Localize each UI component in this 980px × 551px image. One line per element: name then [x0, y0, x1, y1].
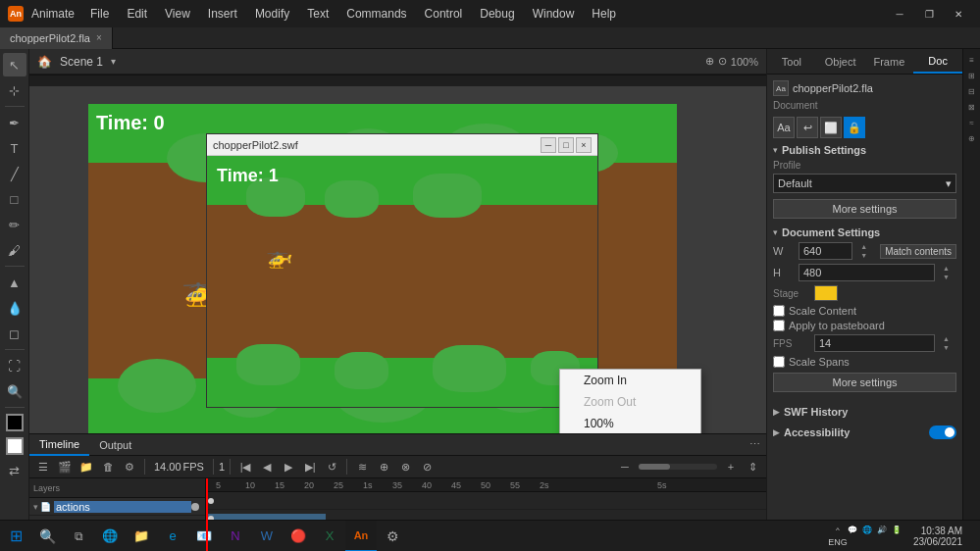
restore-button[interactable]: ❐ [915, 4, 943, 24]
taskbar-clock[interactable]: 10:38 AM 23/06/2021 [913, 526, 962, 547]
menu-help[interactable]: Help [584, 5, 624, 23]
tl-step-fwd[interactable]: ▶| [300, 457, 320, 476]
scale-content-checkbox[interactable] [773, 305, 785, 317]
document-settings-header[interactable]: ▾ Document Settings [773, 226, 956, 238]
taskbar-edge2[interactable]: e [157, 521, 188, 552]
start-button[interactable]: ⊞ [0, 521, 31, 552]
tray-lang[interactable]: ENG [831, 536, 845, 548]
zoom-tool[interactable]: 🔍 [3, 379, 26, 403]
tl-delete-layer[interactable]: 🗑 [98, 457, 118, 476]
taskbar-chrome[interactable]: 🔴 [283, 521, 314, 552]
tl-step-back[interactable]: ◀ [257, 457, 277, 476]
menu-text[interactable]: Text [299, 5, 336, 23]
fill-color[interactable] [6, 437, 24, 455]
tl-zoom-in[interactable]: + [721, 457, 741, 476]
swf-close[interactable]: × [576, 137, 592, 153]
menu-control[interactable]: Control [417, 5, 471, 23]
tab-timeline[interactable]: Timeline [29, 434, 89, 456]
profile-dropdown[interactable]: Default ▾ [773, 174, 956, 193]
h-up[interactable]: ▲ [943, 264, 954, 273]
canvas-scrollbar[interactable] [29, 75, 766, 86]
tray-vol[interactable]: 🔊 [875, 524, 889, 535]
tl-add-folder[interactable]: 📁 [77, 457, 96, 476]
stroke-color[interactable] [6, 414, 24, 431]
edge-btn-5[interactable]: ≈ [965, 116, 979, 129]
tl-go-first[interactable]: |◀ [235, 457, 255, 476]
line-tool[interactable]: ╱ [3, 162, 26, 185]
tl-layer-actions[interactable]: ▾ 📄 actions [29, 498, 205, 516]
tl-layer-settings[interactable]: ⚙ [120, 457, 139, 476]
fps-up[interactable]: ▲ [943, 334, 954, 343]
tl-onion-all[interactable]: ⊕ [374, 457, 393, 476]
edge-btn-2[interactable]: ⊞ [965, 69, 979, 82]
show-desktop[interactable] [966, 521, 972, 552]
tl-expand[interactable]: ⇕ [743, 457, 762, 476]
tab-close-button[interactable]: × [96, 32, 102, 43]
w-stepper[interactable]: ▲ ▼ [860, 242, 872, 260]
tray-bat[interactable]: 🔋 [890, 524, 903, 535]
close-button[interactable]: ✕ [945, 4, 972, 24]
tl-marker[interactable]: ⊘ [417, 457, 437, 476]
menu-edit[interactable]: Edit [119, 5, 155, 23]
file-tab[interactable]: chopperPilot2.fla × [0, 27, 113, 49]
transform-tool[interactable]: ⊹ [3, 78, 26, 102]
edge-btn-3[interactable]: ⊟ [965, 84, 979, 98]
publish-settings-header[interactable]: ▾ Publish Settings [773, 144, 956, 156]
pencil-tool[interactable]: ✏ [3, 213, 26, 236]
taskview-button[interactable]: ⧉ [63, 521, 94, 552]
tl-onion-fwd[interactable]: ⊗ [395, 457, 415, 476]
tl-add-layer[interactable]: ☰ [33, 457, 53, 476]
pen-tool[interactable]: ✒ [3, 111, 26, 134]
taskbar-files[interactable]: 📁 [126, 521, 157, 552]
h-down[interactable]: ▼ [943, 273, 954, 281]
tl-layer-type[interactable]: 🎬 [55, 457, 75, 476]
menu-view[interactable]: View [157, 5, 198, 23]
tab-frame[interactable]: Frame [865, 49, 914, 74]
swap-colors[interactable]: ⇄ [3, 459, 26, 482]
tab-output[interactable]: Output [89, 434, 141, 456]
taskbar-settings[interactable]: ⚙ [377, 521, 408, 552]
more-settings-button-2[interactable]: More settings [773, 373, 956, 392]
tl-playhead[interactable] [206, 478, 208, 551]
menu-window[interactable]: Window [525, 5, 583, 23]
menu-insert[interactable]: Insert [200, 5, 245, 23]
accessibility-header[interactable]: ▶ Accessibility [773, 426, 956, 439]
tl-zoom-out[interactable]: ─ [615, 457, 635, 476]
tab-object[interactable]: Object [816, 49, 865, 74]
taskbar-outlook[interactable]: 📧 [188, 521, 220, 552]
brush-tool[interactable]: 🖌 [3, 238, 26, 262]
tl-easing[interactable]: ≋ [352, 457, 372, 476]
more-settings-button[interactable]: More settings [773, 199, 956, 219]
text-tool[interactable]: T [3, 136, 26, 160]
search-button[interactable]: 🔍 [31, 521, 63, 552]
scale-spans-checkbox[interactable] [773, 356, 785, 368]
doc-icon-square[interactable]: ⬜ [820, 117, 842, 138]
h-stepper[interactable]: ▲ ▼ [943, 264, 954, 281]
fps-stepper[interactable]: ▲ ▼ [943, 334, 954, 352]
menu-debug[interactable]: Debug [472, 5, 522, 23]
menu-modify[interactable]: Modify [247, 5, 297, 23]
swf-window[interactable]: chopperPilot2.swf ─ □ × [206, 133, 598, 408]
h-input[interactable] [799, 264, 935, 281]
fps-down[interactable]: ▼ [943, 343, 954, 352]
eraser-tool[interactable]: ◻ [3, 322, 26, 345]
match-contents-button[interactable]: Match contents [880, 244, 956, 259]
minimize-button[interactable]: ─ [886, 4, 913, 24]
tl-loop[interactable]: ↺ [322, 457, 341, 476]
tray-msg[interactable]: 💬 [846, 524, 859, 535]
doc-icon-aa[interactable]: Aa [773, 117, 795, 138]
accessibility-toggle[interactable] [929, 426, 956, 439]
fill-tool[interactable]: ▲ [3, 271, 26, 294]
doc-icon-lock[interactable]: 🔒 [844, 117, 865, 138]
canvas-area[interactable]: Time: 0 🚁 chopperPilot2.swf ─ □ × [29, 75, 766, 433]
edge-btn-6[interactable]: ⊕ [965, 131, 979, 145]
swf-history-header[interactable]: ▶ SWF History [773, 406, 956, 418]
menu-commands[interactable]: Commands [338, 5, 414, 23]
fps-input[interactable] [814, 334, 935, 352]
tl-play[interactable]: ▶ [279, 457, 298, 476]
camera-tool[interactable]: ⛶ [3, 354, 26, 377]
zoom-value[interactable]: 100% [731, 56, 758, 68]
ctx-zoom-in[interactable]: Zoom In [560, 370, 700, 391]
tab-tool[interactable]: Tool [767, 49, 816, 74]
doc-icon-rotate[interactable]: ↩ [797, 117, 818, 138]
